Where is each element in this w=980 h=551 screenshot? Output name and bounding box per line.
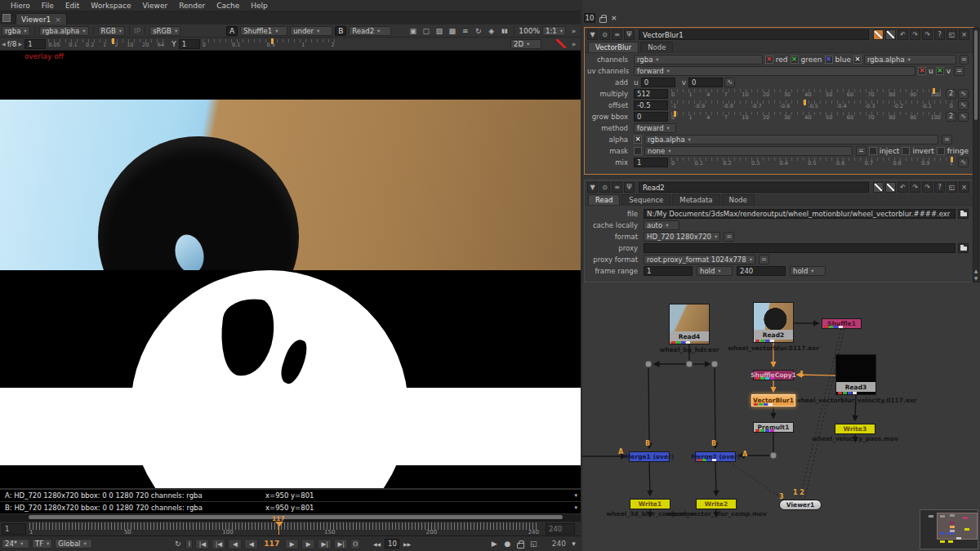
add-v-input[interactable]: 0 [688, 78, 723, 87]
menu-item-cache[interactable]: Cache [211, 2, 245, 10]
tab-viewer1[interactable]: Viewer1 × [16, 13, 67, 24]
wipe-icon[interactable]: ▨ [434, 26, 444, 36]
node-shufflecopy1[interactable]: ShuffleCopy1 [753, 370, 794, 380]
b-input-dropdown[interactable]: Read2▾ [349, 26, 391, 36]
float-panel-icon[interactable]: ◱ [947, 29, 957, 40]
viewer-horizontal-scrollbar[interactable] [0, 514, 581, 521]
goto-end-button[interactable]: ▶| [334, 539, 348, 549]
uv-channels-select[interactable]: forward▾ [634, 66, 915, 76]
alpha-channel-select[interactable]: rgba.alpha▾ [864, 55, 956, 64]
offset-slider[interactable]: -1-0.9-0.8-0.7-0.6-0.5-0.4-0.3-0.2-0.10 [671, 100, 953, 110]
help-icon[interactable]: ? [934, 182, 945, 193]
crop-icon[interactable]: ▢ [421, 26, 431, 36]
next-keyframe-button[interactable]: ▶| [318, 539, 332, 549]
offset-input[interactable]: -0.5 [634, 100, 668, 110]
equals-button[interactable]: = [724, 232, 734, 242]
multiplier-button[interactable]: 2 [946, 112, 956, 122]
stop-button[interactable]: O [350, 539, 360, 549]
tab-sequence[interactable]: Sequence [621, 194, 670, 205]
node-shuffle1[interactable]: Shuffle1 [822, 318, 862, 329]
growbbox-input[interactable]: 0 [634, 112, 668, 122]
timecode-dropdown[interactable]: TF▾ [32, 539, 52, 549]
undo-icon[interactable]: ↶ [898, 182, 908, 193]
menu-item-workspace[interactable]: Workspace [85, 2, 136, 10]
layers-icon[interactable]: ▩ [447, 26, 457, 36]
float-panel-icon[interactable]: ◱ [947, 182, 957, 193]
goto-start-button[interactable]: |◀ [195, 539, 209, 549]
chevron-down-icon[interactable]: ▾ [574, 504, 577, 511]
close-all-panels-icon[interactable]: × [611, 14, 617, 22]
channels-select[interactable]: rgba▾ [634, 55, 763, 64]
node-merge1[interactable]: Merge1 (over) [629, 451, 670, 462]
revert-icon[interactable]: ↷ [922, 29, 933, 40]
invert-checkbox[interactable] [902, 147, 910, 155]
more-chevron-icon[interactable]: » [568, 39, 579, 49]
node-read4[interactable]: Read4 [669, 304, 710, 344]
range-end-input[interactable]: 240 [546, 523, 575, 535]
tab-node[interactable]: Node [722, 194, 755, 205]
mask-select[interactable]: none▾ [644, 146, 853, 156]
redo-icon[interactable]: ↷ [910, 29, 920, 40]
view-mode-dropdown[interactable]: 2D▾ [510, 39, 541, 49]
record-icon[interactable]: ● [502, 539, 513, 549]
refresh-icon[interactable]: ↻ [473, 26, 483, 36]
redo-icon[interactable]: ↷ [910, 182, 920, 193]
node-color-icon[interactable] [873, 182, 884, 193]
frame-increment-icon[interactable]: ▶▶ [402, 539, 412, 549]
frame-range-start-mode[interactable]: hold▾ [697, 266, 733, 276]
exposure-input[interactable]: 1 [24, 39, 46, 49]
menu-item-viewer[interactable]: Viewer [137, 2, 174, 10]
multiplier-button[interactable]: 2 [946, 89, 956, 99]
curve-icon[interactable]: ∿ [958, 112, 969, 122]
step-forward-button[interactable]: ▶ [301, 539, 315, 549]
loop-mode-icon[interactable]: ↻ [172, 539, 183, 549]
viewer-canvas[interactable]: overlay off [0, 51, 581, 488]
menu-item-file[interactable]: File [36, 2, 60, 10]
play-forward-button[interactable]: ▶ [285, 539, 299, 549]
proxy-ratio-dropdown[interactable]: 1:1▾ [542, 26, 566, 36]
equals-button[interactable]: = [942, 135, 952, 144]
node-merge2[interactable]: Merge2 (over) [695, 451, 736, 462]
node-read3[interactable]: Read3 [835, 354, 876, 395]
frame-decrement-icon[interactable]: ◀◀ [372, 539, 382, 549]
gamma-input[interactable]: 1 [179, 39, 200, 49]
curve-icon[interactable]: ∿ [958, 89, 969, 99]
scrollbar-thumb[interactable] [974, 30, 978, 120]
manage-knobs-icon[interactable]: ≡ [612, 29, 622, 40]
inject-checkbox[interactable] [869, 147, 877, 155]
frame-range-end-mode[interactable]: hold▾ [790, 266, 826, 276]
exposure-slider[interactable]: 0.050.10.212102064 [48, 38, 164, 49]
tab-metadata[interactable]: Metadata [672, 194, 719, 205]
equals-button[interactable]: = [759, 255, 769, 264]
exposure-right-icon[interactable]: ▶ [19, 41, 23, 47]
proxy-path-input[interactable] [644, 243, 956, 253]
menu-item-help[interactable]: Help [245, 2, 274, 10]
manage-knobs-icon[interactable]: ≡ [612, 182, 622, 193]
collapse-icon[interactable]: ▼ [587, 182, 598, 193]
help-icon[interactable]: ? [934, 29, 945, 40]
curve-icon[interactable]: ∿ [724, 78, 735, 87]
flipbook-icon[interactable]: ▶ [489, 539, 500, 549]
tab-vectorblur[interactable]: VectorBlur [588, 42, 639, 52]
cache-locally-select[interactable]: auto▾ [644, 220, 679, 230]
frame-range-dropdown[interactable]: Global▾ [55, 539, 92, 549]
a-input-dropdown[interactable]: Shuffle1▾ [240, 26, 287, 36]
menu-item-render[interactable]: Render [173, 2, 211, 10]
lut-dropdown[interactable]: sRGB▾ [149, 26, 180, 36]
alpha-select[interactable]: rgba.alpha▾ [644, 135, 938, 144]
equals-button[interactable]: = [856, 146, 866, 156]
chevron-down-icon[interactable]: ▾ [574, 492, 577, 499]
node-read2[interactable]: Read2 [753, 302, 794, 343]
multiply-input[interactable]: 512 [634, 89, 668, 99]
close-panel-icon[interactable]: × [959, 29, 969, 40]
collapse-icon[interactable]: ▼ [587, 29, 598, 40]
range-start-input[interactable]: 1 [2, 523, 26, 535]
b-buffer-badge[interactable]: B [335, 26, 346, 36]
mask-checkbox[interactable] [634, 147, 642, 155]
lock-range-icon[interactable] [515, 539, 526, 549]
folder-browse-icon[interactable] [958, 243, 969, 253]
node-write1[interactable]: Write1 [630, 499, 670, 509]
node-vectorblur1[interactable]: VectorBlur1 [751, 394, 795, 407]
revert-icon[interactable]: ↷ [922, 182, 933, 193]
blue-checkbox[interactable]: × [825, 56, 833, 64]
